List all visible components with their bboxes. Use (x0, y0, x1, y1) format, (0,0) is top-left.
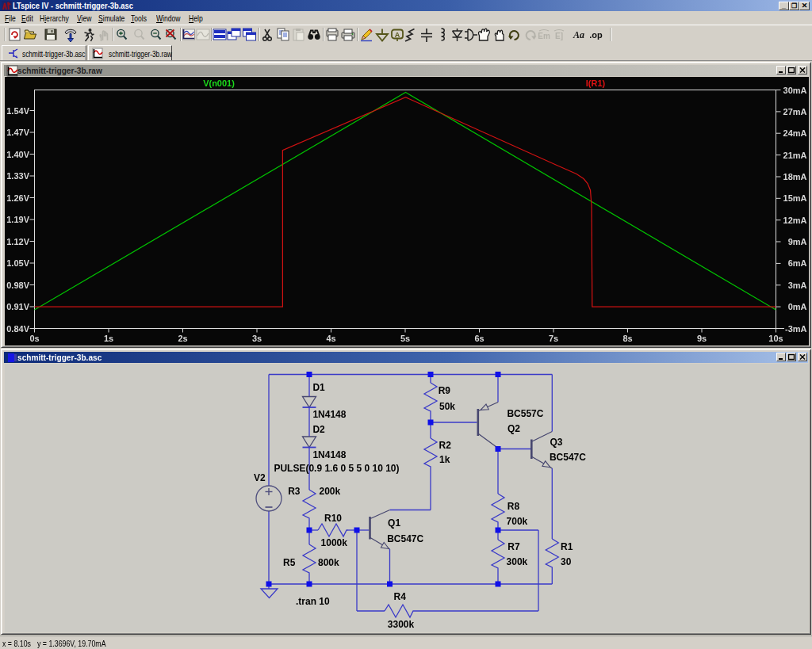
svg-text:PULSE(0.9 1.6 0 5 5 0 10 10): PULSE(0.9 1.6 0 5 5 0 10 10) (274, 463, 399, 474)
svg-text:V2: V2 (254, 472, 266, 483)
svg-text:30: 30 (561, 556, 572, 567)
svg-text:30mA: 30mA (783, 86, 807, 95)
svg-text:E]: E] (555, 32, 563, 40)
svg-text:BC547C: BC547C (550, 452, 586, 463)
svg-text:1.05V: 1.05V (6, 258, 29, 268)
svg-text:-3mA: -3mA (785, 324, 807, 334)
svg-text:1k: 1k (439, 454, 450, 465)
svg-text:0s: 0s (29, 334, 39, 343)
svg-text:1N4148: 1N4148 (312, 409, 346, 420)
svg-text:I(R1): I(R1) (586, 78, 606, 88)
svg-text:1.33V: 1.33V (6, 171, 29, 181)
svg-text:R3: R3 (288, 486, 301, 497)
svg-text:R9: R9 (439, 385, 451, 396)
svg-text:Q1: Q1 (388, 517, 400, 529)
svg-text:50k: 50k (439, 401, 455, 412)
svg-text:Em: Em (538, 32, 550, 40)
svg-text:1.19V: 1.19V (6, 215, 29, 224)
svg-text:27mA: 27mA (783, 107, 807, 116)
svg-text:700k: 700k (507, 516, 528, 527)
svg-text:1.40V: 1.40V (6, 150, 29, 159)
svg-text:5s: 5s (400, 334, 410, 343)
svg-text:300k: 300k (507, 556, 528, 567)
svg-text:R1: R1 (561, 541, 573, 552)
svg-text:15mA: 15mA (783, 193, 807, 203)
svg-text:D2: D2 (312, 424, 325, 435)
svg-text:3mA: 3mA (788, 281, 807, 290)
svg-text:1.12V: 1.12V (6, 237, 29, 246)
svg-text:1.26V: 1.26V (6, 193, 29, 203)
svg-text:200k: 200k (320, 486, 341, 497)
svg-text:0.91V: 0.91V (6, 302, 29, 311)
svg-text:0.84V: 0.84V (6, 324, 29, 334)
svg-text:10s: 10s (768, 334, 783, 343)
svg-text:4s: 4s (326, 334, 335, 343)
svg-text:9mA: 9mA (788, 237, 807, 246)
svg-text:R7: R7 (508, 541, 520, 552)
svg-text:.tran 10: .tran 10 (296, 596, 330, 607)
svg-text:R4: R4 (394, 591, 407, 602)
svg-text:2s: 2s (178, 334, 187, 343)
svg-text:24mA: 24mA (783, 128, 807, 138)
svg-text:Q3: Q3 (550, 437, 563, 448)
svg-text:800k: 800k (318, 557, 339, 568)
svg-text:R8: R8 (508, 501, 520, 512)
svg-text:0.98V: 0.98V (6, 281, 29, 290)
svg-text:18mA: 18mA (783, 172, 807, 181)
svg-text:6mA: 6mA (788, 258, 807, 268)
svg-text:R10: R10 (324, 513, 342, 524)
svg-text:3300k: 3300k (388, 619, 415, 630)
svg-text:BC547C: BC547C (387, 533, 423, 544)
svg-text:.op: .op (589, 30, 603, 40)
svg-text:3s: 3s (252, 334, 262, 343)
svg-text:R2: R2 (439, 440, 452, 451)
svg-text:A: A (395, 31, 400, 39)
svg-text:8s: 8s (622, 334, 632, 343)
svg-text:1.47V: 1.47V (6, 128, 29, 137)
svg-text:1N4148: 1N4148 (312, 449, 346, 460)
svg-text:1.54V: 1.54V (6, 106, 29, 116)
svg-text:D1: D1 (312, 382, 325, 393)
svg-text:BC557C: BC557C (507, 408, 543, 419)
svg-text:Q2: Q2 (508, 423, 520, 434)
svg-text:21mA: 21mA (783, 151, 807, 160)
svg-text:R5: R5 (283, 557, 296, 568)
svg-text:Aa: Aa (573, 29, 584, 40)
svg-text:1s: 1s (104, 334, 113, 343)
svg-text:V(n001): V(n001) (203, 78, 235, 88)
svg-text:1000k: 1000k (321, 537, 348, 548)
svg-text:12mA: 12mA (783, 216, 807, 225)
svg-text:6s: 6s (474, 334, 484, 343)
svg-text:7s: 7s (549, 334, 558, 343)
svg-text:9s: 9s (697, 334, 707, 343)
svg-text:0mA: 0mA (788, 302, 807, 311)
